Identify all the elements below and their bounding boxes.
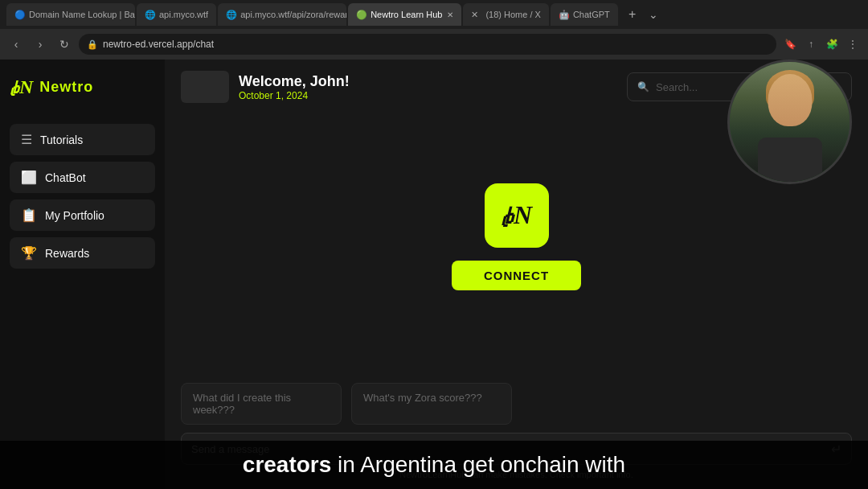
sidebar-item-tutorials[interactable]: ☰ Tutorials <box>10 124 155 155</box>
sidebar-item-chatbot[interactable]: ⬜ ChatBot <box>10 162 155 193</box>
nav-bar: ‹ › ↻ 🔒 newtro-ed.vercel.app/chat 🔖 ↑ 🧩 … <box>0 29 868 60</box>
welcome-date: October 1, 2024 <box>239 90 350 101</box>
search-placeholder: Search... <box>656 81 698 93</box>
tab-favicon-2: 🌐 <box>145 10 154 19</box>
welcome-text: Welcome, John! October 1, 2024 <box>239 73 350 101</box>
welcome-name: Welcome, John! <box>239 73 350 90</box>
browser-chrome: 🔵 Domain Name Lookup | Base... 🌐 api.myc… <box>0 0 868 60</box>
tab-close-4[interactable]: ✕ <box>447 10 453 19</box>
sidebar-label-portfolio: My Portfolio <box>45 209 104 222</box>
tab-label-3: api.myco.wtf/api/zora/rewar... <box>240 10 346 19</box>
reload-button[interactable]: ↻ <box>55 35 74 54</box>
person-head <box>768 74 812 126</box>
bookmark-icon[interactable]: 🔖 <box>781 35 799 53</box>
portfolio-icon: 📋 <box>21 208 37 223</box>
tab-x[interactable]: ✕ (18) Home / X <box>463 3 548 26</box>
extensions-icon[interactable]: 🧩 <box>823 35 841 53</box>
address-bar[interactable]: 🔒 newtro-ed.vercel.app/chat <box>79 34 776 55</box>
tab-domain-lookup[interactable]: 🔵 Domain Name Lookup | Base... <box>6 3 135 26</box>
subtitle-rest: in Argentina get onchain with <box>331 452 625 477</box>
tab-menu-button[interactable]: ⌄ <box>644 5 663 24</box>
sidebar: ꞗN Newtro ☰ Tutorials ⬜ ChatBot 📋 My Por… <box>0 60 165 489</box>
welcome-section: Welcome, John! October 1, 2024 <box>181 71 350 103</box>
sidebar-label-chatbot: ChatBot <box>45 171 86 184</box>
sidebar-item-rewards[interactable]: 🏆 Rewards <box>10 237 155 269</box>
newtro-logo-text: Newtro <box>39 79 93 96</box>
tab-chatgpt[interactable]: 🤖 ChatGPT <box>551 3 618 26</box>
connect-button[interactable]: CONNECT <box>452 261 581 290</box>
sidebar-label-tutorials: Tutorials <box>40 134 83 146</box>
tab-label-6: ChatGPT <box>573 10 610 19</box>
person-body <box>758 138 822 182</box>
newtro-logo-icon: ꞗN <box>10 76 33 98</box>
search-icon: 🔍 <box>637 81 649 92</box>
menu-icon[interactable]: ⋮ <box>844 35 862 53</box>
chatbot-icon: ⬜ <box>21 170 37 185</box>
suggestion-chip-2[interactable]: What's my Zora score??? <box>351 383 512 425</box>
connect-logo-symbol: ꞗN <box>501 200 532 230</box>
chat-suggestions: What did I create this week??? What's my… <box>181 383 852 425</box>
subtitle-text: creators in Argentina get onchain with <box>243 452 625 478</box>
lock-icon: 🔒 <box>87 39 98 50</box>
tab-label-2: api.myco.wtf <box>159 10 208 19</box>
suggestion-chip-1[interactable]: What did I create this week??? <box>181 383 342 425</box>
new-tab-button[interactable]: + <box>623 5 642 24</box>
sidebar-label-rewards: Rewards <box>45 247 89 260</box>
tab-label-5: (18) Home / X <box>485 10 540 19</box>
rewards-icon: 🏆 <box>21 245 37 261</box>
tab-favicon-1: 🔵 <box>14 10 24 19</box>
tab-label-1: Domain Name Lookup | Base... <box>29 10 135 19</box>
subtitle-bar: creators in Argentina get onchain with <box>0 441 868 489</box>
back-button[interactable]: ‹ <box>6 35 26 54</box>
tab-api1[interactable]: 🌐 api.myco.wtf <box>137 3 216 26</box>
tab-bar: 🔵 Domain Name Lookup | Base... 🌐 api.myc… <box>0 0 868 29</box>
tab-favicon-5: ✕ <box>471 10 481 19</box>
connect-logo: ꞗN <box>485 183 549 248</box>
subtitle-bold-word: creators <box>243 452 332 477</box>
address-text: newtro-ed.vercel.app/chat <box>103 39 214 50</box>
tab-label-4: Newtro Learn Hub <box>371 10 442 19</box>
webcam-overlay <box>727 60 852 184</box>
sidebar-item-portfolio[interactable]: 📋 My Portfolio <box>10 199 155 231</box>
tab-favicon-4: 🟢 <box>356 10 366 19</box>
avatar-placeholder <box>181 71 229 103</box>
share-icon[interactable]: ↑ <box>802 35 820 53</box>
webcam-person <box>730 62 850 182</box>
tab-favicon-3: 🌐 <box>226 10 235 19</box>
nav-icons: 🔖 ↑ 🧩 ⋮ <box>781 35 862 53</box>
tab-api2[interactable]: 🌐 api.myco.wtf/api/zora/rewar... <box>218 3 346 26</box>
tab-newtro[interactable]: 🟢 Newtro Learn Hub ✕ <box>348 3 461 26</box>
tutorials-icon: ☰ <box>21 132 32 147</box>
logo-area: ꞗN Newtro <box>10 72 155 101</box>
tab-favicon-6: 🤖 <box>559 10 568 19</box>
forward-button[interactable]: › <box>31 35 50 54</box>
